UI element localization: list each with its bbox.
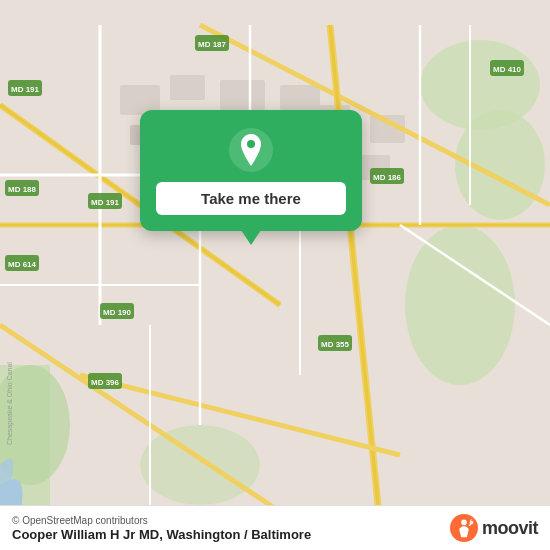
svg-text:MD 188: MD 188 bbox=[8, 185, 37, 194]
map-container: MD 191 MD 187 MD 410 MD 188 MD 186 MD 19… bbox=[0, 0, 550, 550]
location-pin-icon bbox=[229, 128, 273, 172]
svg-text:MD 410: MD 410 bbox=[493, 65, 522, 74]
moovit-brand-icon bbox=[450, 514, 478, 542]
location-name-text: Cooper William H Jr MD, Washington / Bal… bbox=[12, 527, 311, 542]
svg-text:MD 355: MD 355 bbox=[321, 340, 350, 349]
svg-rect-8 bbox=[170, 75, 205, 100]
svg-text:MD 186: MD 186 bbox=[373, 173, 402, 182]
svg-point-3 bbox=[405, 225, 515, 385]
attribution-text: © OpenStreetMap contributors bbox=[12, 515, 311, 526]
popup-card: Take me there bbox=[140, 110, 362, 231]
moovit-brand-text: moovit bbox=[482, 518, 538, 539]
svg-text:MD 614: MD 614 bbox=[8, 260, 37, 269]
svg-text:MD 187: MD 187 bbox=[198, 40, 227, 49]
bottom-bar: © OpenStreetMap contributors Cooper Will… bbox=[0, 505, 550, 550]
take-me-there-button[interactable]: Take me there bbox=[156, 182, 346, 215]
svg-point-62 bbox=[470, 521, 474, 525]
map-background: MD 191 MD 187 MD 410 MD 188 MD 186 MD 19… bbox=[0, 0, 550, 550]
svg-rect-9 bbox=[220, 80, 265, 110]
bottom-left-info: © OpenStreetMap contributors Cooper Will… bbox=[12, 515, 311, 542]
svg-point-61 bbox=[461, 520, 467, 526]
svg-point-59 bbox=[247, 140, 255, 148]
svg-text:MD 191: MD 191 bbox=[11, 85, 40, 94]
svg-text:MD 191: MD 191 bbox=[91, 198, 120, 207]
svg-text:MD 396: MD 396 bbox=[91, 378, 120, 387]
svg-text:Chesapeake & Ohio Canal: Chesapeake & Ohio Canal bbox=[6, 362, 14, 445]
svg-point-6 bbox=[140, 425, 260, 505]
svg-text:MD 190: MD 190 bbox=[103, 308, 132, 317]
moovit-logo: moovit bbox=[450, 514, 538, 542]
